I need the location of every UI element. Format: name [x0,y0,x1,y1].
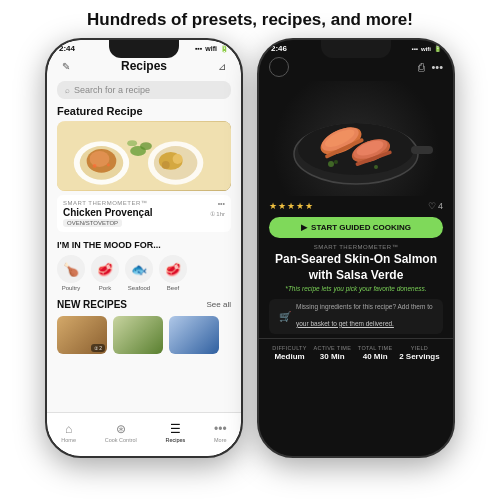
recipe-card-3[interactable] [169,316,219,354]
food-image-area [259,81,453,196]
recipes-nav-icon: ☰ [170,422,181,436]
yield-value: 2 Servings [399,352,439,361]
cta-label: START GUIDED COOKING [311,223,411,232]
mood-label-seafood: Seafood [128,285,150,291]
nav-home[interactable]: ⌂ Home [61,422,76,443]
search-icon: ⌕ [65,86,70,95]
difficulty-label: DIFFICULTY [272,345,306,351]
heart-count[interactable]: ♡ 4 [428,201,443,211]
smart-thermometer-label: SMART THERMOMETER™ [63,200,210,206]
difficulty-value: Medium [274,352,304,361]
stats-row: DIFFICULTY Medium ACTIVE TIME 30 Min TOT… [259,338,453,367]
stat-total-time: TOTAL TIME 40 Min [358,345,393,361]
phone-2-notch [321,40,391,58]
basket-icon: 🛒 [279,311,291,322]
stat-difficulty: DIFFICULTY Medium [272,345,306,361]
svg-point-28 [334,160,338,164]
phone-2: 2:46 ▪▪▪ wifi 🔋 ⎙ ••• [257,38,455,458]
search-bar[interactable]: ⌕ Search for a recipe [57,81,231,99]
nav-home-label: Home [61,437,76,443]
active-time-label: ACTIVE TIME [313,345,351,351]
recipe-card-2[interactable] [113,316,163,354]
p2-recipe-name: Pan-Seared Skin-On Salmon with Salsa Ver… [269,252,443,283]
p2-recipe-sub: *This recipe lets you pick your favorite… [269,285,443,292]
mood-item-beef[interactable]: 🥩 Beef [159,255,187,291]
share-icon[interactable]: ⎙ [418,61,425,73]
svg-point-5 [93,164,97,168]
page-header: Hundreds of presets, recipes, and more! [0,0,500,36]
see-all-link[interactable]: See all [207,300,231,309]
nav-recipes[interactable]: ☰ Recipes [165,422,185,443]
bottom-nav: ⌂ Home ⊛ Cook Control ☰ Recipes ••• More [47,412,241,456]
delivery-text-block: Missing ingredients for this recipe? Add… [296,303,433,329]
search-placeholder: Search for a recipe [74,85,150,95]
home-icon: ⌂ [65,422,72,436]
phone-2-time: 2:46 [271,44,287,53]
delivery-link[interactable]: your basket to get them delivered. [296,320,394,327]
pencil-icon[interactable]: ✎ [57,57,75,75]
stat-active-time: ACTIVE TIME 30 Min [313,345,351,361]
nav-cook-control[interactable]: ⊛ Cook Control [105,422,137,443]
p2-battery-icon: 🔋 [434,45,441,52]
guided-cooking-button[interactable]: ▶ START GUIDED COOKING [269,217,443,238]
top-action-icons: ⎙ ••• [418,61,443,73]
nav-recipes-label: Recipes [165,437,185,443]
phone-1-notch [109,40,179,58]
mood-label-beef: Beef [167,285,179,291]
recipe-cards-row: ② 2 [47,312,241,358]
phone-2-screen: 2:46 ▪▪▪ wifi 🔋 ⎙ ••• [259,40,453,456]
new-recipes-header: NEW RECIPES See all [47,295,241,312]
nav-more-label: More [214,437,227,443]
recipe-tags-row: OVEN/STOVETOP [63,219,210,227]
mood-item-seafood[interactable]: 🐟 Seafood [125,255,153,291]
heart-number: 4 [438,201,443,211]
mood-item-poultry[interactable]: 🍗 Poultry [57,255,85,291]
recipe-dots-icon[interactable]: ••• [218,200,225,207]
mood-items-row: 🍗 Poultry 🥩 Pork 🐟 Seafood 🥩 Beef [57,255,231,291]
filter-icon[interactable]: ⊿ [213,57,231,75]
cook-control-icon: ⊛ [116,422,126,436]
recipe-info-card: SMART THERMOMETER™ Chicken Provençal OVE… [57,195,231,232]
mood-item-pork[interactable]: 🥩 Pork [91,255,119,291]
dots-menu-icon[interactable]: ••• [431,61,443,73]
recipe-time: ① 1hr [210,210,225,217]
yield-label: YIELD [411,345,428,351]
back-circle[interactable] [269,57,289,77]
seafood-icon: 🐟 [125,255,153,283]
mood-title: I'M IN THE MOOD FOR... [57,240,231,250]
recipe-tag: OVEN/STOVETOP [63,219,122,227]
wifi-icon: wifi [205,45,217,52]
mood-section: I'M IN THE MOOD FOR... 🍗 Poultry 🥩 Pork … [47,236,241,295]
pan-background [259,81,453,196]
p2-recipe-meta: SMART THERMOMETER™ Pan-Seared Skin-On Sa… [259,241,453,295]
battery-icon: 🔋 [220,45,229,53]
mood-label-poultry: Poultry [62,285,81,291]
header-title: Hundreds of presets, recipes, and more! [87,10,413,29]
recipe-card-1-count: ② 2 [91,344,105,352]
featured-image [57,121,231,191]
phone-2-status-icons: ▪▪▪ wifi 🔋 [412,45,441,52]
svg-point-27 [374,165,378,169]
recipe-card-1[interactable]: ② 2 [57,316,107,354]
svg-point-26 [328,161,334,167]
nav-more[interactable]: ••• More [214,422,227,443]
total-time-label: TOTAL TIME [358,345,393,351]
p2-smart-label: SMART THERMOMETER™ [269,244,443,250]
signal-icon: ▪▪▪ [195,45,202,52]
phone-1: 2:44 ▪▪▪ wifi 🔋 ✎ Recipes ⊿ ⌕ Search for… [45,38,243,458]
svg-point-4 [90,151,110,167]
mood-label-pork: Pork [99,285,111,291]
svg-rect-17 [411,146,433,154]
svg-point-11 [162,161,170,169]
phone-1-time: 2:44 [59,44,75,53]
recipe-name: Chicken Provençal [63,207,210,218]
beef-icon: 🥩 [159,255,187,283]
phone-2-top-header: ⎙ ••• [259,55,453,81]
recipes-title: Recipes [75,59,213,73]
phones-container: 2:44 ▪▪▪ wifi 🔋 ✎ Recipes ⊿ ⌕ Search for… [0,38,500,458]
nav-cook-label: Cook Control [105,437,137,443]
delivery-text: Missing ingredients for this recipe? Add… [296,303,433,311]
star-rating: ★ ★ ★ ★ ★ [269,201,313,211]
pork-icon: 🥩 [91,255,119,283]
total-time-value: 40 Min [363,352,388,361]
